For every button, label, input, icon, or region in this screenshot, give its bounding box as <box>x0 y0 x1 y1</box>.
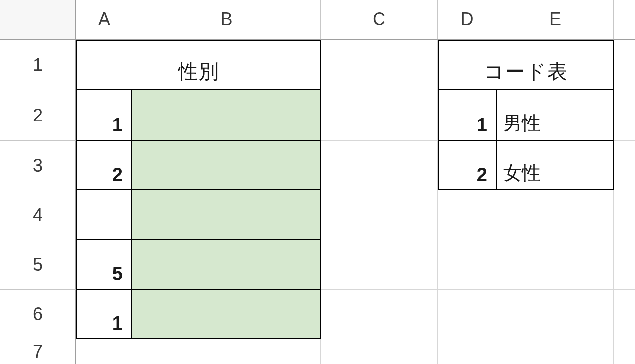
cell-A1B1-merged[interactable]: 性別 <box>76 40 321 90</box>
region1-header-text: 性別 <box>178 58 220 85</box>
col-header-D[interactable]: D <box>438 0 497 40</box>
cell-D5[interactable] <box>438 240 497 290</box>
cell-F6[interactable] <box>614 290 635 339</box>
cell-D4[interactable] <box>438 190 497 240</box>
cell-C1[interactable] <box>321 40 438 90</box>
cell-B4[interactable] <box>132 190 321 240</box>
cell-C4[interactable] <box>321 190 438 240</box>
select-all-corner[interactable] <box>0 0 76 40</box>
cell-D2[interactable]: 1 <box>438 90 497 141</box>
row-header-4[interactable]: 4 <box>0 190 76 240</box>
cell-B2[interactable] <box>132 90 321 141</box>
col-header-E[interactable]: E <box>497 0 614 40</box>
cell-B7[interactable] <box>132 339 321 364</box>
cell-B5[interactable] <box>132 240 321 290</box>
cell-A5[interactable]: 5 <box>76 240 132 290</box>
cell-A2[interactable]: 1 <box>76 90 132 141</box>
cell-E6[interactable] <box>497 290 614 339</box>
cell-C5[interactable] <box>321 240 438 290</box>
row-header-6[interactable]: 6 <box>0 290 76 339</box>
cell-A4[interactable] <box>76 190 132 240</box>
cell-E5[interactable] <box>497 240 614 290</box>
cell-F2[interactable] <box>614 90 635 141</box>
cell-B3[interactable] <box>132 141 321 190</box>
cell-F3[interactable] <box>614 141 635 190</box>
cell-C6[interactable] <box>321 290 438 339</box>
cell-C2[interactable] <box>321 90 438 141</box>
col-header-B[interactable]: B <box>132 0 321 40</box>
cell-D1E1-merged[interactable]: コード表 <box>438 40 614 90</box>
cell-C7[interactable] <box>321 339 438 364</box>
cell-F5[interactable] <box>614 240 635 290</box>
cell-A7[interactable] <box>76 339 132 364</box>
cell-F1[interactable] <box>614 40 635 90</box>
cell-C3[interactable] <box>321 141 438 190</box>
cell-D7[interactable] <box>438 339 497 364</box>
col-header-spill <box>614 0 635 40</box>
row-header-1[interactable]: 1 <box>0 40 76 90</box>
cell-E2[interactable]: 男性 <box>497 90 614 141</box>
cell-A3[interactable]: 2 <box>76 141 132 190</box>
col-header-C[interactable]: C <box>321 0 438 40</box>
cell-F4[interactable] <box>614 190 635 240</box>
cell-D3[interactable]: 2 <box>438 141 497 190</box>
row-header-7[interactable]: 7 <box>0 339 76 364</box>
col-header-A[interactable]: A <box>76 0 132 40</box>
cell-F7[interactable] <box>614 339 635 364</box>
row-header-3[interactable]: 3 <box>0 141 76 190</box>
cell-E4[interactable] <box>497 190 614 240</box>
cell-D6[interactable] <box>438 290 497 339</box>
region2-header-text: コード表 <box>484 58 568 85</box>
cell-E7[interactable] <box>497 339 614 364</box>
row-header-5[interactable]: 5 <box>0 240 76 290</box>
cell-A6[interactable]: 1 <box>76 290 132 339</box>
row-header-2[interactable]: 2 <box>0 90 76 141</box>
spreadsheet-grid[interactable]: A B C D E 1 性別 コード表 2 1 1 男性 3 2 2 女性 4 … <box>0 0 635 364</box>
cell-B6[interactable] <box>132 290 321 339</box>
cell-E3[interactable]: 女性 <box>497 141 614 190</box>
